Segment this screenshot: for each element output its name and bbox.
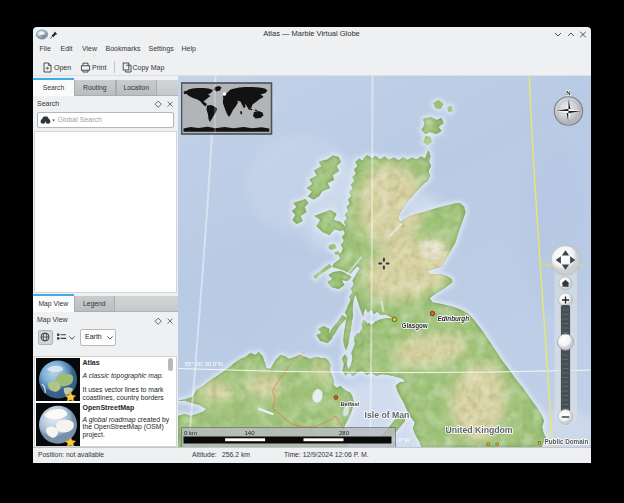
osm-tagline: A global roadmap [83, 416, 136, 423]
window-title: Atlas — Marble Virtual Globe [33, 29, 590, 38]
scalebar-end: 280 [338, 430, 349, 436]
menu-help[interactable]: Help [182, 45, 196, 52]
minimize-icon[interactable] [554, 31, 562, 38]
globe-view-icon [40, 332, 50, 342]
scalebar: 0 km 140 280 [181, 428, 395, 448]
osm-description: A global roadmap created by the OpenStre… [83, 416, 171, 439]
search-results-list[interactable] [34, 131, 177, 293]
scalebar-zero: 0 km [184, 430, 197, 436]
tab-legend[interactable]: Legend [74, 296, 116, 312]
glasgow-marker[interactable] [392, 317, 396, 321]
zoom-slider-handle[interactable] [557, 334, 573, 350]
menu-edit[interactable]: Edit [61, 45, 73, 52]
print-button[interactable]: Print [92, 64, 106, 71]
atlas-tagline: A classic topographic map. [83, 372, 173, 380]
close-window-icon[interactable] [579, 31, 587, 38]
copy-map-icon[interactable] [122, 62, 133, 73]
belfast-marker[interactable] [334, 396, 338, 400]
toolbar-separator [114, 61, 115, 73]
maximize-icon[interactable] [567, 31, 575, 38]
list-dropdown-icon[interactable] [68, 335, 76, 341]
theme-item-atlas[interactable]: Atlas A classic topographic map. It uses… [36, 358, 175, 401]
status-time: Time: 12/9/2024 12:06 P. M. [284, 451, 369, 458]
copy-map-button[interactable]: Copy Map [133, 64, 165, 71]
belfast-label: Belfast [340, 401, 360, 407]
overview-map[interactable] [181, 83, 271, 134]
tab-search[interactable]: Search [33, 80, 74, 96]
search-binoculars-icon[interactable] [40, 115, 56, 125]
lat-55n-label: 55° 00' 00.0"N [184, 361, 222, 367]
atlas-description: It uses vector lines to mark coastlines,… [83, 386, 173, 401]
overview-position-dot [222, 92, 226, 96]
open-icon[interactable] [42, 62, 53, 73]
tab-routing[interactable]: Routing [74, 80, 116, 96]
status-altitude-value: 256.2 km [222, 451, 250, 458]
copyright-label: Public Domain [544, 438, 588, 445]
edinburgh-marker[interactable] [430, 311, 434, 315]
atlas-name: Atlas [83, 359, 100, 366]
osm-thumbnail [36, 403, 81, 447]
mapview-dock-title: Map View [37, 316, 68, 323]
print-icon[interactable] [80, 62, 91, 73]
theme-item-openstreetmap[interactable]: OpenStreetMap A global roadmap created b… [36, 403, 175, 447]
map-canvas[interactable]: 55° 00' 00.0"N 5° 00' 00.0"W Prime Merid… [178, 76, 591, 447]
status-position: Position: not available [38, 451, 104, 458]
search-dock-title: Search [37, 100, 59, 107]
isle-of-man-label: Isle of Man [364, 410, 409, 420]
menu-bookmarks[interactable]: Bookmarks [106, 45, 141, 52]
tabbar2-filler [115, 296, 178, 312]
city-dot-1 [487, 443, 490, 446]
search-placeholder: Global Search [58, 116, 102, 123]
open-button[interactable]: Open [54, 64, 71, 71]
tab-location[interactable]: Location [116, 80, 158, 96]
float-dock2-icon[interactable] [154, 317, 162, 325]
city-dot-2 [496, 443, 499, 446]
menu-file[interactable]: File [40, 45, 51, 52]
theme-list-scrollbar[interactable] [168, 358, 173, 372]
united-kingdom-label: United Kingdom [445, 425, 512, 435]
city-dot-3 [538, 442, 541, 445]
status-altitude-label: Altitude: [192, 451, 217, 458]
combo-chevron-icon [106, 335, 114, 341]
atlas-thumbnail [36, 358, 81, 401]
dpad[interactable] [551, 246, 580, 275]
float-dock-icon[interactable] [154, 100, 162, 108]
menu-view[interactable]: View [82, 45, 97, 52]
tab-map-view[interactable]: Map View [33, 296, 74, 312]
glasgow-label: Glasgow [401, 322, 427, 330]
scalebar-mid: 140 [244, 430, 255, 436]
tabbar-filler [157, 80, 178, 96]
close-dock2-icon[interactable] [166, 317, 174, 325]
list-view-icon[interactable] [56, 332, 67, 343]
compass-north-label: N [566, 90, 570, 96]
celestial-body-value: Earth [85, 333, 102, 340]
screenshot-canvas: Atlas — Marble Virtual Globe File Edit V… [0, 0, 624, 503]
menu-settings[interactable]: Settings [149, 45, 174, 52]
osm-name: OpenStreetMap [83, 404, 135, 411]
edinburgh-label: Edinburgh [437, 315, 469, 323]
close-dock-icon[interactable] [166, 100, 174, 108]
